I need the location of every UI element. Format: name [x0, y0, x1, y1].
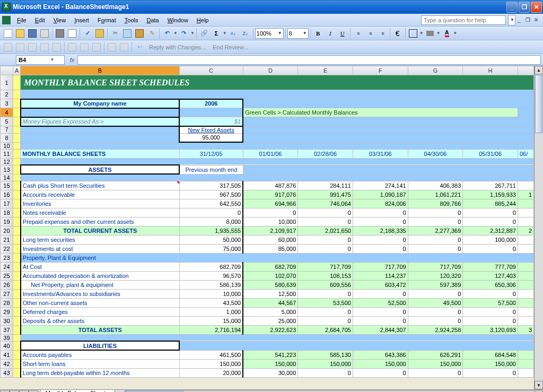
row-label-20[interactable]: TOTAL CURRENT ASSETS [21, 226, 179, 235]
review-btn-2[interactable] [14, 41, 26, 53]
row-c-41[interactable]: 461,500 [179, 350, 243, 359]
row-label-15[interactable]: Cash plus Short term Securities [21, 181, 179, 190]
row-c-28[interactable]: 43,500 [179, 298, 243, 307]
row-v-17-0[interactable]: 694,966 [243, 199, 298, 208]
row-v-27-2[interactable]: 0 [353, 289, 408, 298]
row-v-37-2[interactable]: 2,844,307 [353, 325, 408, 334]
permission-button[interactable] [39, 28, 50, 39]
date-4[interactable]: 05/31/06 [463, 149, 518, 158]
row-extra-42[interactable] [518, 359, 533, 368]
font-size-select[interactable]: 8▼ [287, 28, 309, 39]
review-btn-1[interactable] [2, 41, 14, 53]
row-v-41-4[interactable]: 684,548 [463, 350, 518, 359]
select-all-corner[interactable] [1, 66, 13, 75]
row-v-20-2[interactable]: 2,188,335 [353, 226, 408, 235]
cell[interactable] [13, 244, 20, 253]
sort-desc-button[interactable]: Z↓ [240, 28, 251, 39]
row-v-28-2[interactable]: 52,500 [353, 298, 408, 307]
date-partial[interactable]: 06/ [518, 149, 533, 158]
row-v-21-4[interactable]: 100,000 [463, 235, 518, 244]
row-v-16-2[interactable]: 1,090,187 [353, 190, 408, 199]
row-8-header[interactable]: 8 [1, 133, 13, 142]
print-button[interactable] [54, 28, 66, 39]
liabilities-header[interactable]: LIABILITIES [21, 341, 179, 350]
menu-view[interactable]: View [49, 15, 71, 25]
align-right-button[interactable]: ≡ [376, 28, 388, 39]
row-1-header[interactable]: 1 [1, 75, 13, 90]
selected-cell-b4[interactable] [21, 108, 179, 117]
row-extra-27[interactable] [518, 289, 533, 298]
cell[interactable] [243, 117, 533, 126]
zoom-select[interactable]: 100%▼ [255, 28, 284, 39]
row-c-22[interactable]: 75,000 [179, 244, 243, 253]
review-btn-3[interactable] [27, 41, 38, 53]
row-extra-29[interactable] [518, 307, 533, 316]
row-v-30-1[interactable]: 0 [298, 316, 353, 325]
row-42-header[interactable]: 42 [1, 359, 13, 368]
cell[interactable] [13, 280, 20, 289]
sheet-tab-1[interactable]: Monthly Balance Sheets [38, 390, 115, 392]
row-v-29-3[interactable]: 0 [408, 307, 463, 316]
cell[interactable] [13, 341, 20, 350]
row-extra-18[interactable] [518, 208, 533, 217]
row-40-header[interactable]: 40 [1, 341, 13, 350]
fill-color-button[interactable] [424, 28, 436, 39]
scroll-right-icon[interactable]: ▶ [535, 390, 543, 393]
row-39-header[interactable]: 39 [1, 334, 13, 341]
row-c-26[interactable]: 586,139 [179, 280, 243, 289]
menu-window[interactable]: Window [163, 15, 192, 25]
row-v-26-0[interactable]: 580,639 [243, 280, 298, 289]
row-21-header[interactable]: 21 [1, 235, 13, 244]
cell[interactable] [518, 108, 533, 117]
row-25-header[interactable]: 25 [1, 271, 13, 280]
cell[interactable] [13, 142, 20, 149]
row-v-42-4[interactable]: 150,000 [463, 359, 518, 368]
cell[interactable] [13, 307, 20, 316]
row-v-41-2[interactable]: 643,386 [353, 350, 408, 359]
row-label-17[interactable]: Inventories [21, 199, 179, 208]
row-v-27-0[interactable]: 12,500 [243, 289, 298, 298]
cell[interactable] [13, 226, 20, 235]
row-18-header[interactable]: 18 [1, 208, 13, 217]
row-19-header[interactable]: 19 [1, 217, 13, 226]
save-button[interactable] [27, 28, 38, 39]
row-v-18-4[interactable]: 0 [463, 208, 518, 217]
row-extra-15[interactable] [518, 181, 533, 190]
autosum-button[interactable]: Σ [211, 28, 222, 39]
row-c-20[interactable]: 1,935,555 [179, 226, 243, 235]
row-v-24-1[interactable]: 717,709 [298, 262, 353, 271]
cell[interactable] [13, 108, 20, 117]
col-partial-header[interactable] [518, 66, 533, 75]
row-c-15[interactable]: 317,505 [179, 181, 243, 190]
row-v-17-3[interactable]: 809,766 [408, 199, 463, 208]
row-v-26-2[interactable]: 603,472 [353, 280, 408, 289]
row-v-43-3[interactable]: 0 [408, 368, 463, 377]
row-c-42[interactable]: 150,000 [179, 359, 243, 368]
print-preview-button[interactable] [66, 28, 78, 39]
row-label-24[interactable]: At Cost [21, 262, 179, 271]
row-v-28-3[interactable]: 49,500 [408, 298, 463, 307]
cell[interactable] [13, 181, 20, 190]
row-v-26-1[interactable]: 609,556 [298, 280, 353, 289]
cell[interactable] [13, 368, 20, 377]
row-v-21-0[interactable]: 60,000 [243, 235, 298, 244]
col-A-header[interactable]: A [13, 66, 20, 75]
row-label-42[interactable]: Short term loans [21, 359, 179, 368]
row-extra-28[interactable] [518, 298, 533, 307]
row-extra-37[interactable]: 3 [518, 325, 533, 334]
row-v-19-2[interactable]: 0 [353, 217, 408, 226]
row-4-header[interactable]: 4 [1, 108, 13, 117]
cell[interactable] [13, 99, 20, 108]
col-C-header[interactable]: C [179, 66, 243, 75]
fx-icon[interactable]: fx [67, 55, 77, 65]
review-btn-4[interactable] [39, 41, 50, 53]
hyperlink-button[interactable]: 🔗 [198, 28, 210, 39]
row-extra-16[interactable]: 1 [518, 190, 533, 199]
cell[interactable] [13, 289, 20, 298]
row-c-27[interactable]: 10,000 [179, 289, 243, 298]
row-v-25-0[interactable]: 102,070 [243, 271, 298, 280]
row-v-18-2[interactable]: 0 [353, 208, 408, 217]
close-button[interactable]: ✕ [531, 2, 542, 13]
doc-close-button[interactable]: ✕ [532, 16, 540, 24]
row-extra-19[interactable] [518, 217, 533, 226]
